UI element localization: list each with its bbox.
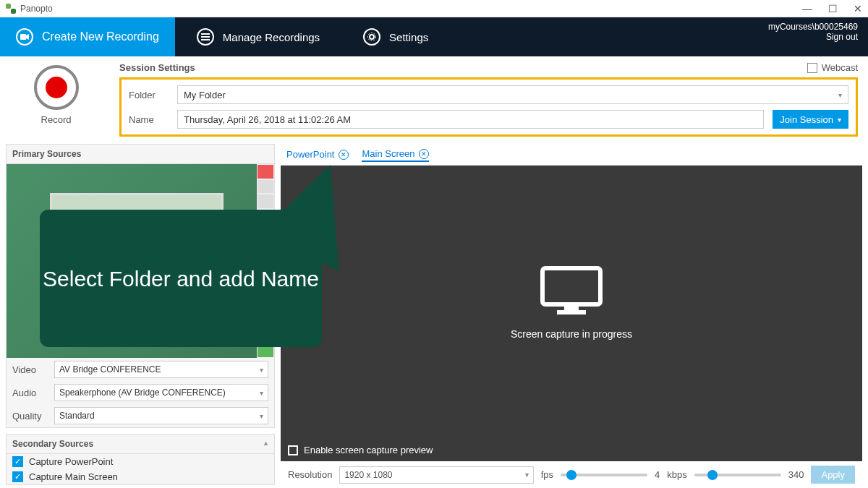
minimize-button[interactable]: — <box>802 3 812 14</box>
svg-point-5 <box>370 35 374 39</box>
video-label: Video <box>12 364 48 375</box>
titlebar: Panopto — ☐ ✕ <box>0 0 868 17</box>
kbps-value: 340 <box>788 469 804 480</box>
monitor-icon <box>539 265 604 315</box>
fps-label: fps <box>541 469 553 480</box>
primary-sources-title: Primary Sources <box>12 149 81 159</box>
webcast-checkbox[interactable]: Webcast <box>807 62 858 73</box>
svg-rect-9 <box>557 310 586 314</box>
camera-icon <box>16 28 33 46</box>
svg-rect-0 <box>20 34 26 40</box>
kbps-slider[interactable] <box>694 474 781 476</box>
capture-main-screen-checkbox[interactable]: ✓ Capture Main Screen <box>7 469 274 484</box>
instruction-callout: Select Folder and add Name <box>40 210 322 347</box>
quality-label: Quality <box>12 411 48 421</box>
scroll-indicator-icon: ▴ <box>264 439 268 449</box>
apply-button[interactable]: Apply <box>811 466 855 484</box>
list-icon <box>197 28 214 46</box>
capture-ppt-label: Capture PowerPoint <box>29 456 113 467</box>
svg-rect-8 <box>564 304 579 310</box>
name-label: Name <box>129 114 169 125</box>
manage-recordings-button[interactable]: Manage Recordings <box>175 17 341 56</box>
record-label: Record <box>41 114 72 125</box>
svg-rect-2 <box>201 33 210 35</box>
navbar: Create New Recording Manage Recordings S… <box>0 17 868 56</box>
webcast-label: Webcast <box>822 62 858 73</box>
username: myCourses\b00025469 <box>768 22 858 32</box>
close-tab-icon[interactable]: ✕ <box>339 150 349 160</box>
checkbox-icon[interactable] <box>288 445 298 455</box>
quality-select[interactable]: Standard▾ <box>54 407 268 424</box>
resolution-bar: Resolution 1920 x 1080▾ fps 4 kbps 340 A… <box>281 461 862 488</box>
session-settings-title: Session Settings <box>119 62 195 73</box>
user-info: myCourses\b00025469 Sign out <box>758 17 868 56</box>
audio-label: Audio <box>12 388 48 398</box>
panopto-logo-icon <box>6 4 16 14</box>
checkbox-checked-icon: ✓ <box>12 456 23 467</box>
chevron-down-icon: ▾ <box>838 116 841 124</box>
source-tabs: PowerPoint ✕ Main Screen ✕ <box>281 144 862 166</box>
fps-slider[interactable] <box>561 474 647 476</box>
kbps-label: kbps <box>667 469 686 480</box>
tab-main-screen[interactable]: Main Screen ✕ <box>362 147 429 162</box>
enable-preview-label: Enable screen capture preview <box>304 445 433 455</box>
maximize-button[interactable]: ☐ <box>828 3 838 14</box>
manage-label: Manage Recordings <box>223 31 320 43</box>
svg-rect-3 <box>201 36 210 38</box>
chevron-down-icon: ▾ <box>525 471 529 479</box>
capture-status-text: Screen capture in progress <box>511 328 632 340</box>
secondary-sources-panel: Secondary Sources ▴ ✓ Capture PowerPoint… <box>6 434 275 485</box>
resolution-label: Resolution <box>288 469 332 480</box>
join-label: Join Session <box>780 114 833 125</box>
chevron-down-icon: ▾ <box>260 412 263 420</box>
join-session-button[interactable]: Join Session ▾ <box>773 110 848 129</box>
chevron-down-icon: ▾ <box>260 389 263 397</box>
svg-rect-7 <box>542 268 600 304</box>
fps-value: 4 <box>655 469 660 480</box>
svg-rect-4 <box>201 39 210 40</box>
folder-label: Folder <box>129 90 169 100</box>
record-button[interactable] <box>34 65 79 110</box>
gear-icon <box>363 28 380 46</box>
close-button[interactable]: ✕ <box>854 3 862 14</box>
audio-select[interactable]: Speakerphone (AV Bridge CONFERENCE)▾ <box>54 384 268 401</box>
record-dot-icon <box>46 77 67 98</box>
settings-button[interactable]: Settings <box>341 17 450 56</box>
resolution-select[interactable]: 1920 x 1080▾ <box>339 466 533 484</box>
capture-screen-label: Capture Main Screen <box>29 471 118 482</box>
capture-powerpoint-checkbox[interactable]: ✓ Capture PowerPoint <box>7 454 274 469</box>
create-new-recording-button[interactable]: Create New Recording <box>0 17 175 56</box>
name-value: Thursday, April 26, 2018 at 11:02:26 AM <box>184 114 351 125</box>
svg-marker-1 <box>26 34 29 40</box>
session-highlight-box: Folder My Folder ▾ Name Thursday, April … <box>119 77 858 137</box>
signout-link[interactable]: Sign out <box>826 32 858 42</box>
video-select[interactable]: AV Bridge CONFERENCE▾ <box>54 361 268 378</box>
folder-value: My Folder <box>184 90 226 100</box>
callout-text: Select Folder and add Name <box>43 262 319 295</box>
settings-label: Settings <box>389 31 428 43</box>
secondary-sources-title: Secondary Sources <box>12 439 93 449</box>
close-tab-icon[interactable]: ✕ <box>419 149 429 159</box>
window-controls: — ☐ ✕ <box>802 3 862 14</box>
enable-preview-bar: Enable screen capture preview <box>281 439 862 461</box>
create-label: Create New Recording <box>42 30 159 43</box>
checkbox-checked-icon: ✓ <box>12 471 23 482</box>
checkbox-icon <box>807 63 817 73</box>
window-title: Panopto <box>20 4 53 14</box>
folder-select[interactable]: My Folder ▾ <box>177 85 848 104</box>
name-input[interactable]: Thursday, April 26, 2018 at 11:02:26 AM <box>177 110 764 129</box>
chevron-down-icon: ▾ <box>260 366 263 374</box>
chevron-down-icon: ▾ <box>838 91 842 99</box>
